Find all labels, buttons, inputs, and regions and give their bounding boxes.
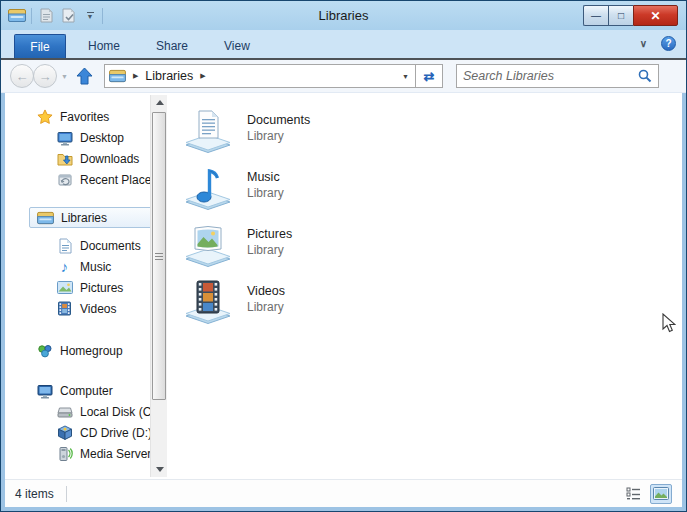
item-type: Library (247, 185, 284, 201)
item-name: Pictures (247, 226, 292, 242)
minimize-icon: — (591, 10, 601, 21)
item-type: Library (247, 128, 310, 144)
scrollbar-grip-icon (155, 253, 163, 260)
sidebar-gap (5, 228, 167, 235)
library-item-music[interactable]: Music Library (182, 163, 682, 220)
qat-separator-2 (102, 8, 103, 24)
recent-pages-dropdown[interactable]: ▼ (61, 73, 68, 80)
status-bar: 4 items (5, 479, 682, 507)
details-view-icon (626, 487, 641, 500)
explorer-folder-icon (8, 7, 26, 25)
scroll-up-button[interactable] (151, 95, 168, 110)
breadcrumb-libraries[interactable]: Libraries (145, 69, 193, 83)
tab-file[interactable]: File (14, 34, 66, 58)
search-icon[interactable] (638, 69, 652, 83)
close-button[interactable]: ✕ (633, 5, 678, 26)
document-icon (56, 237, 73, 254)
sidebar-item-label: Homegroup (60, 344, 123, 358)
library-item-pictures[interactable]: Pictures Library (182, 220, 682, 277)
sidebar-item-desktop[interactable]: Desktop (5, 127, 167, 148)
sidebar-item-label: Libraries (61, 211, 107, 225)
star-icon (36, 108, 53, 125)
sidebar-item-favorites[interactable]: Favorites (5, 106, 167, 127)
cd-drive-icon (56, 424, 73, 441)
sidebar-item-music[interactable]: ♪ Music (5, 256, 167, 277)
library-item-videos[interactable]: Videos Library (182, 277, 682, 334)
sidebar-item-pictures[interactable]: Pictures (5, 277, 167, 298)
sidebar-item-documents[interactable]: Documents (5, 235, 167, 256)
window-bottom-border (1, 507, 686, 511)
sidebar-item-videos[interactable]: Videos (5, 298, 167, 319)
sidebar-item-label: Media Servers (80, 447, 157, 461)
videos-library-icon (182, 277, 234, 325)
file-list: Documents Library Music Library (167, 93, 682, 479)
breadcrumb-arrow-icon-2[interactable]: ▶ (200, 72, 205, 80)
sidebar-gap (5, 319, 167, 340)
sidebar-item-label: Downloads (80, 152, 139, 166)
tab-home[interactable]: Home (74, 34, 134, 58)
forward-button[interactable]: → (33, 64, 57, 88)
sidebar-gap (5, 190, 167, 207)
minimize-button[interactable]: — (583, 5, 608, 26)
properties-icon[interactable] (37, 7, 55, 25)
ribbon-collapse-icon[interactable]: ∨ (640, 38, 647, 49)
sidebar-item-libraries[interactable]: Libraries (29, 207, 155, 228)
search-input[interactable] (463, 69, 638, 83)
help-icon[interactable]: ? (661, 36, 676, 51)
sidebar-item-computer[interactable]: Computer (5, 380, 167, 401)
chevron-down-icon: ▼ (61, 73, 68, 80)
tab-share[interactable]: Share (142, 34, 202, 58)
picture-icon (56, 279, 73, 296)
sidebar-item-label: Videos (80, 302, 116, 316)
sidebar-item-label: Computer (60, 384, 113, 398)
sidebar-scrollbar[interactable] (150, 95, 167, 477)
refresh-button[interactable]: ⇄ (416, 64, 443, 88)
refresh-icon: ⇄ (423, 69, 434, 84)
scrollbar-thumb[interactable] (152, 112, 166, 400)
libraries-icon (37, 209, 54, 226)
sidebar-item-media-servers[interactable]: Media Servers (5, 443, 167, 464)
back-icon: ← (16, 69, 29, 84)
library-item-documents[interactable]: Documents Library (182, 106, 682, 163)
sidebar-item-recent-places[interactable]: Recent Places (5, 169, 167, 190)
qat-separator (31, 8, 32, 24)
hard-disk-icon (56, 403, 73, 420)
thumbnail-view-button[interactable] (650, 484, 672, 504)
sidebar-item-homegroup[interactable]: Homegroup (5, 340, 167, 361)
sidebar-item-local-disk-c[interactable]: Local Disk (C:) (5, 401, 167, 422)
sidebar-item-downloads[interactable]: Downloads (5, 148, 167, 169)
homegroup-icon (36, 342, 53, 359)
sidebar-item-label: Favorites (60, 110, 109, 124)
up-button[interactable] (74, 66, 96, 86)
ribbon-tab-row: File Home Share View ∨ ? (1, 30, 686, 58)
sidebar-item-label: Documents (80, 239, 141, 253)
libraries-folder-icon (109, 69, 126, 83)
recent-places-icon (56, 171, 73, 188)
titlebar: Libraries (1, 1, 686, 30)
item-name: Documents (247, 112, 310, 128)
item-type: Library (247, 242, 292, 258)
documents-library-icon (182, 106, 234, 154)
qat-dropdown-chevron-icon: ▼ (87, 14, 94, 19)
downloads-icon (56, 150, 73, 167)
music-note-icon: ♪ (56, 258, 73, 275)
forward-icon: → (39, 69, 52, 84)
window-controls: — □ ✕ (583, 5, 678, 26)
close-icon: ✕ (650, 9, 660, 23)
music-library-icon (182, 163, 234, 211)
back-button[interactable]: ← (10, 64, 34, 88)
tab-view[interactable]: View (210, 34, 264, 58)
breadcrumb-arrow-icon: ▶ (133, 72, 138, 80)
scroll-down-button[interactable] (151, 462, 168, 477)
qat-customize-dropdown[interactable]: ▼ (83, 12, 97, 19)
address-bar[interactable]: ▶ Libraries ▶ ▼ (104, 64, 416, 88)
maximize-button[interactable]: □ (608, 5, 633, 26)
new-folder-icon[interactable] (60, 7, 78, 25)
search-box (456, 64, 659, 88)
view-buttons (622, 484, 672, 504)
status-separator (66, 486, 67, 502)
sidebar-item-cd-drive-d[interactable]: CD Drive (D:) Virt (5, 422, 167, 443)
item-name: Videos (247, 283, 285, 299)
details-view-button[interactable] (622, 484, 644, 504)
address-dropdown-icon[interactable]: ▼ (402, 73, 409, 80)
